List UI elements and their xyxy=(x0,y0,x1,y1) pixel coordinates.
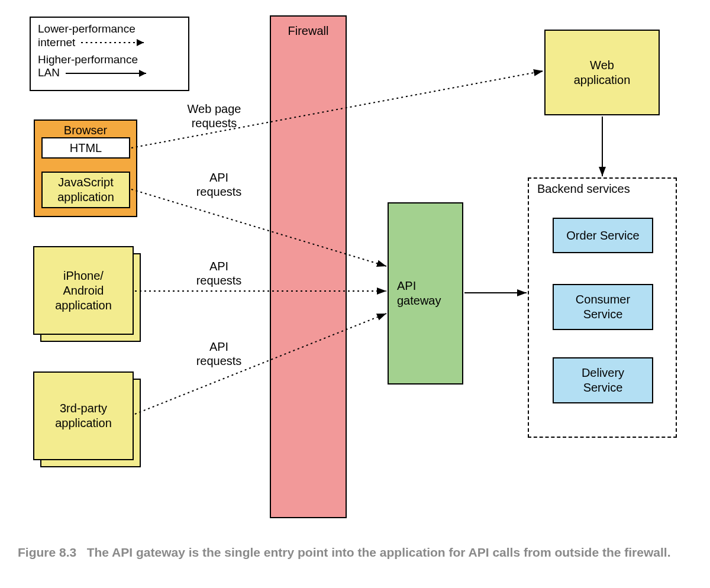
legend-dotted-arrow-icon xyxy=(80,38,151,47)
consumer-service-l1: Consumer xyxy=(576,292,630,307)
label-api-requests-2: API requests xyxy=(189,259,248,287)
arrow-js-to-gateway xyxy=(131,189,386,266)
firewall-box: Firewall xyxy=(270,15,347,518)
legend-item-lan: Higher-performance LAN xyxy=(38,53,181,80)
legend-label-internet-l1: Lower-performance xyxy=(38,22,135,35)
delivery-service-box: Delivery Service xyxy=(553,357,653,403)
legend-solid-arrow-icon xyxy=(64,69,153,78)
order-service-label: Order Service xyxy=(566,228,639,243)
label-api-requests-1: API requests xyxy=(189,170,248,199)
mobile-box: iPhone/ Android application xyxy=(33,246,134,335)
legend-label-lan-l1: Higher-performance xyxy=(38,53,138,66)
delivery-service-l2: Service xyxy=(583,380,623,395)
web-app-box: Web application xyxy=(544,30,660,115)
figure-text: The API gateway is the single entry poin… xyxy=(87,545,671,559)
order-service-box: Order Service xyxy=(553,218,653,253)
arrow-3rdparty-to-gateway xyxy=(135,314,386,414)
diagram-stage: Lower-performance internet Higher-perfor… xyxy=(0,0,710,588)
thirdparty-box: 3rd-party application xyxy=(33,371,134,460)
thirdparty-l2: application xyxy=(55,416,112,431)
html-label: HTML xyxy=(70,141,102,156)
consumer-service-box: Consumer Service xyxy=(553,284,653,330)
js-l1: JavaScript xyxy=(58,175,113,190)
api-gateway-l2: gateway xyxy=(397,293,441,308)
thirdparty-l1: 3rd-party xyxy=(60,401,107,416)
mobile-l2: Android xyxy=(63,283,104,298)
figure-caption: Figure 8.3 The API gateway is the single… xyxy=(18,544,680,561)
legend-label-lan-l2: LAN xyxy=(38,66,60,80)
js-l2: application xyxy=(57,190,114,205)
backend-services-title: Backend services xyxy=(535,182,632,196)
api-gateway-l1: API xyxy=(397,279,416,293)
webapp-l2: application xyxy=(574,73,631,88)
browser-title: Browser xyxy=(64,123,107,138)
js-app-box: JavaScript application xyxy=(41,172,130,208)
webapp-l1: Web xyxy=(590,58,614,73)
delivery-service-l1: Delivery xyxy=(582,366,624,380)
mobile-l1: iPhone/ xyxy=(63,269,104,283)
label-web-page-requests: Web page requests xyxy=(179,102,250,130)
api-gateway-box: API gateway xyxy=(388,202,463,385)
mobile-l3: application xyxy=(55,298,112,313)
legend-box: Lower-performance internet Higher-perfor… xyxy=(30,17,189,91)
html-box: HTML xyxy=(41,137,130,159)
firewall-label: Firewall xyxy=(288,24,329,38)
consumer-service-l2: Service xyxy=(583,307,623,322)
label-api-requests-3: API requests xyxy=(189,340,248,368)
legend-item-internet: Lower-performance internet xyxy=(38,22,181,50)
figure-number: Figure 8.3 xyxy=(18,545,76,559)
legend-label-internet-l2: internet xyxy=(38,36,75,50)
